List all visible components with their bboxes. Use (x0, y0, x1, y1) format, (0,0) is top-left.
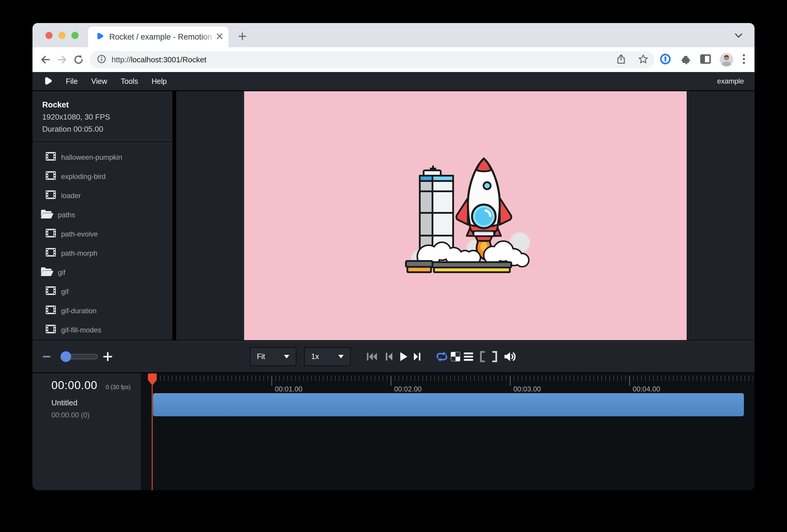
playhead-line[interactable] (152, 373, 153, 490)
sidebar-folder-gif[interactable]: gif (33, 263, 172, 282)
timeline-zoom-slider-knob[interactable] (61, 351, 71, 362)
side-panel-icon[interactable] (700, 54, 711, 65)
rocket-illustration (401, 154, 530, 278)
share-icon[interactable] (616, 54, 626, 65)
folder-icon (40, 209, 54, 221)
folder-icon (40, 267, 54, 278)
preview-area (176, 91, 754, 340)
timeline-panel: 00:00.00 0 (30 fps) Untitled 00:00.00 (0… (33, 373, 754, 490)
track-name: Untitled (51, 398, 141, 407)
composition-title: Rocket (33, 100, 172, 109)
composition-list: halloween-pumpkinexploding-birdloaderpat… (33, 142, 172, 340)
transparency-checkerboard-button[interactable] (450, 352, 461, 362)
next-frame-button[interactable] (413, 352, 422, 361)
sidebar-composition-halloween-pumpkin[interactable]: halloween-pumpkin (33, 148, 172, 167)
tab-title: Rocket / example - Remotion P (109, 33, 216, 42)
tab-close-icon[interactable] (216, 33, 223, 41)
composition-label: gif-duration (61, 307, 97, 315)
browser-menu-dots-icon[interactable] (742, 53, 746, 66)
close-window-button[interactable] (45, 32, 52, 39)
composition-label: exploding-bird (61, 172, 106, 181)
composition-label: paths (58, 211, 75, 219)
site-info-icon[interactable] (97, 54, 106, 65)
fullscreen-window-button[interactable] (71, 32, 79, 39)
player-controls-bar: Fit 1x (33, 340, 754, 373)
sidebar-composition-path-evolve[interactable]: path-evolve (33, 225, 172, 243)
film-icon (45, 248, 56, 259)
menu-tools[interactable]: Tools (114, 77, 145, 86)
menu-view[interactable]: View (84, 77, 114, 86)
film-icon (45, 229, 56, 239)
menu-file[interactable]: File (59, 77, 84, 86)
extensions-puzzle-icon[interactable] (680, 54, 692, 66)
composition-label: path-morph (61, 249, 98, 257)
canvas-size-value: Fit (257, 352, 265, 361)
composition-label: halloween-pumpkin (61, 153, 122, 162)
timeline-zoom-out-button[interactable] (43, 356, 50, 357)
browser-toolbar: http://localhost:3001/Rocket (33, 47, 754, 72)
tab-strip: Rocket / example - Remotion P (33, 23, 754, 47)
reload-button[interactable] (70, 51, 87, 68)
composition-duration: Duration 00:05.00 (33, 125, 172, 134)
playback-speed-dropdown[interactable]: 1x (304, 347, 351, 366)
remotion-favicon-icon (95, 32, 104, 42)
minimize-window-button[interactable] (59, 32, 66, 39)
film-icon (45, 324, 56, 335)
timeline-rows-button[interactable] (464, 352, 473, 361)
toolbar-extensions (659, 53, 746, 66)
timeline-second-label: 00:02.00 (394, 385, 422, 393)
new-tab-button[interactable] (238, 32, 247, 42)
playhead-marker[interactable] (148, 373, 157, 386)
sidebar-composition-gif-duration[interactable]: gif-duration (33, 301, 172, 320)
film-icon (45, 305, 56, 316)
jump-to-start-button[interactable] (366, 352, 378, 361)
timeline-lane[interactable]: 00:01.0000:02.0000:03.0000:04.00 (145, 373, 754, 490)
timeline-second-tick (271, 376, 272, 386)
sidebar-composition-path-morph[interactable]: path-morph (33, 243, 172, 263)
track-time-range: 00:00.00 (0) (51, 411, 141, 419)
compositions-sidebar: Rocket 1920x1080, 30 FPS Duration 00:05.… (33, 91, 176, 340)
timeline-track-bar[interactable] (153, 393, 744, 416)
sidebar-folder-paths[interactable]: paths (33, 205, 172, 225)
timeline-second-label: 00:03.00 (513, 385, 541, 393)
traffic-lights (45, 32, 79, 39)
composition-label: gif-fill-modes (61, 326, 101, 334)
address-bar[interactable]: http://localhost:3001/Rocket (90, 51, 654, 68)
loop-toggle-button[interactable] (436, 352, 448, 362)
composition-resolution: 1920x1080, 30 FPS (33, 112, 172, 122)
remotion-logo-icon[interactable] (43, 77, 52, 86)
timeline-zoom-slider[interactable] (61, 354, 98, 359)
forward-button[interactable] (54, 51, 70, 68)
project-name-label: example (717, 77, 744, 85)
volume-button[interactable] (504, 351, 517, 362)
timeline-second-tick (390, 376, 391, 386)
in-point-bracket-button[interactable] (479, 351, 485, 362)
timeline-frame-ticks (152, 376, 753, 381)
onepassword-extension-icon[interactable] (659, 53, 671, 66)
tab-search-chevron-icon[interactable] (735, 33, 743, 40)
playback-speed-value: 1x (311, 352, 319, 361)
browser-window: Rocket / example - Remotion P http://loc… (33, 23, 754, 490)
menu-help[interactable]: Help (145, 77, 173, 86)
composition-label: gif (58, 268, 65, 277)
sidebar-composition-loader[interactable]: loader (33, 186, 172, 205)
play-button[interactable] (399, 352, 408, 362)
back-button[interactable] (37, 51, 54, 68)
out-point-bracket-button[interactable] (492, 351, 498, 362)
bookmark-star-icon[interactable] (638, 54, 648, 65)
canvas-size-dropdown[interactable]: Fit (250, 347, 296, 366)
previous-frame-button[interactable] (385, 352, 393, 361)
sidebar-composition-gif[interactable]: gif (33, 282, 172, 301)
url-text: http://localhost:3001/Rocket (112, 55, 206, 64)
timeline-second-label: 00:04.00 (633, 385, 660, 393)
sidebar-composition-gif-fill-modes[interactable]: gif-fill-modes (33, 320, 172, 340)
chevron-down-icon (338, 355, 344, 361)
sidebar-composition-exploding-bird[interactable]: exploding-bird (33, 167, 172, 186)
film-icon (45, 190, 56, 201)
current-frame-display: 0 (30 fps) (106, 384, 130, 390)
profile-avatar[interactable] (720, 53, 733, 66)
browser-tab[interactable]: Rocket / example - Remotion P (88, 26, 229, 47)
film-icon (45, 152, 56, 163)
film-icon (45, 171, 56, 182)
timeline-zoom-in-button[interactable] (103, 352, 112, 361)
